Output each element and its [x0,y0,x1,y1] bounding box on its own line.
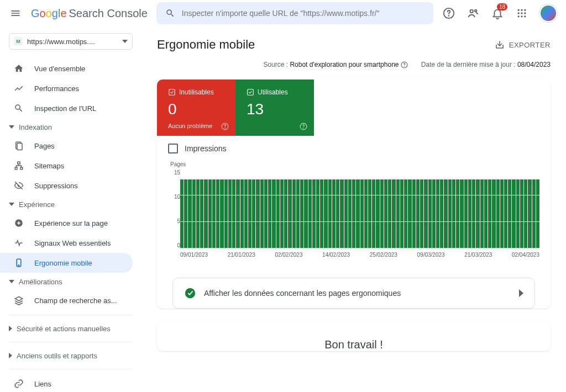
chart: Pages 151050 09/01/202321/01/202302/02/2… [157,161,551,267]
download-icon [495,40,505,50]
chevron-right-icon [9,326,12,331]
url-inspect-bar[interactable] [156,2,433,24]
section-legacy[interactable]: Anciens outils et rapports [0,347,142,364]
sidebar-item-page-experience[interactable]: Expérience sur la page [0,213,133,233]
sidebar-item-performance[interactable]: Performances [0,78,133,98]
impressions-checkbox[interactable] [168,144,178,153]
check-square-icon [168,88,176,96]
avatar[interactable] [539,4,557,22]
svg-point-7 [518,12,520,14]
export-button[interactable]: EXPORTER [495,40,551,50]
content-area: Ergonomie mobile EXPORTER Source : Robot… [142,27,566,392]
sidebar-item-label: Champ de recherche as... [34,296,117,305]
url-inspect-input[interactable] [182,9,424,18]
svg-point-1 [449,15,449,16]
chart-ylabel: Pages [170,161,539,167]
trend-icon [13,83,24,94]
hide-icon [13,180,24,191]
sitemap-icon [13,160,24,171]
svg-rect-14 [17,144,22,150]
sidebar-item-label: Performances [34,84,79,93]
metric-bad[interactable]: Inutilisables 0 Aucun problème [157,80,235,136]
sidebar-item-pages[interactable]: Pages [0,136,133,156]
check-square-icon [247,88,254,96]
notifications-icon[interactable]: 18 [491,7,504,20]
sidebar-item-label: Expérience sur la page [34,219,108,227]
view-details-label: Afficher les données concernant les page… [204,289,511,298]
section-enhancements[interactable]: Améliorations [0,273,142,290]
help-icon[interactable] [221,123,229,130]
view-details-row[interactable]: Afficher les données concernant les page… [172,278,535,309]
product-name: Search Console [69,7,148,20]
metric-good[interactable]: Utilisables 13 [235,80,314,136]
mobile-icon [13,257,24,268]
export-label: EXPORTER [509,41,551,49]
svg-point-20 [18,265,19,266]
chevron-right-icon [519,289,523,297]
sidebar-item-label: Ergonomie mobile [34,259,92,267]
layers-icon [13,295,24,306]
pages-icon [13,140,24,151]
vitals-icon [13,237,24,248]
help-icon[interactable] [442,7,455,20]
notification-badge: 18 [497,3,507,10]
svg-point-8 [521,12,522,14]
congrats-text: Bon travail ! [157,322,551,351]
sidebar-item-mobile-usability[interactable]: Ergonomie mobile [0,253,133,273]
metric-bad-sub: Aucun problème [168,123,224,129]
sidebar-item-overview[interactable]: Vue d'ensemble [0,59,133,78]
site-favicon: M [14,37,23,46]
metrics-card: Inutilisables 0 Aucun problème Utilisabl… [157,80,551,309]
svg-rect-24 [169,89,175,96]
chevron-down-icon [9,203,14,206]
sidebar-item-url-inspect[interactable]: Inspection de l'URL [0,98,133,118]
svg-point-26 [225,128,226,129]
svg-point-11 [521,15,522,17]
chevron-down-icon [9,125,14,129]
menu-icon[interactable] [9,7,22,20]
plot-area [180,168,539,248]
svg-point-23 [404,66,405,67]
search-icon [13,103,24,114]
chevron-down-icon [122,40,128,43]
sidebar-item-label: Inspection de l'URL [34,104,96,113]
link-icon [13,378,24,389]
svg-point-30 [185,288,195,298]
svg-point-2 [470,10,474,13]
svg-point-9 [524,12,526,14]
sidebar-item-removals[interactable]: Suppressions [0,176,133,195]
circle-plus-icon [13,218,24,229]
svg-point-3 [475,10,477,12]
sidebar-item-core-web-vitals[interactable]: Signaux Web essentiels [0,233,133,253]
app-header: Google Search Console 18 [0,0,566,27]
svg-rect-17 [20,167,23,169]
sidebar-item-label: Vue d'ensemble [34,65,85,73]
section-security[interactable]: Sécurité et actions manuelles [0,320,142,337]
sidebar-item-links[interactable]: Liens [0,374,133,392]
sidebar-item-label: Sitemaps [34,162,64,170]
sidebar: M https://www.motips.... Vue d'ensemble … [0,27,142,392]
metric-bad-value: 0 [168,100,224,118]
search-icon [165,8,175,18]
home-icon [13,63,24,74]
svg-rect-27 [248,89,254,96]
sidebar-item-sitemaps[interactable]: Sitemaps [0,156,133,176]
site-selector-label: https://www.motips.... [27,38,118,46]
sidebar-item-sitelinks-search[interactable]: Champ de recherche as... [0,290,133,310]
help-icon[interactable] [300,123,307,130]
svg-point-10 [518,15,520,17]
sidebar-item-label: Liens [34,380,51,388]
check-circle-icon [184,287,196,299]
section-experience[interactable]: Expérience [0,195,142,213]
users-icon[interactable] [467,7,480,20]
page-title: Ergonomie mobile [157,38,255,52]
site-selector[interactable]: M https://www.motips.... [9,33,133,50]
logo[interactable]: Google Search Console [31,7,148,20]
svg-point-29 [303,128,304,129]
sidebar-item-label: Suppressions [34,182,78,190]
section-indexation[interactable]: Indexation [0,118,142,136]
apps-icon[interactable] [515,7,528,20]
sidebar-item-label: Pages [34,142,55,150]
metric-good-value: 13 [247,100,303,118]
help-icon[interactable] [401,61,408,68]
